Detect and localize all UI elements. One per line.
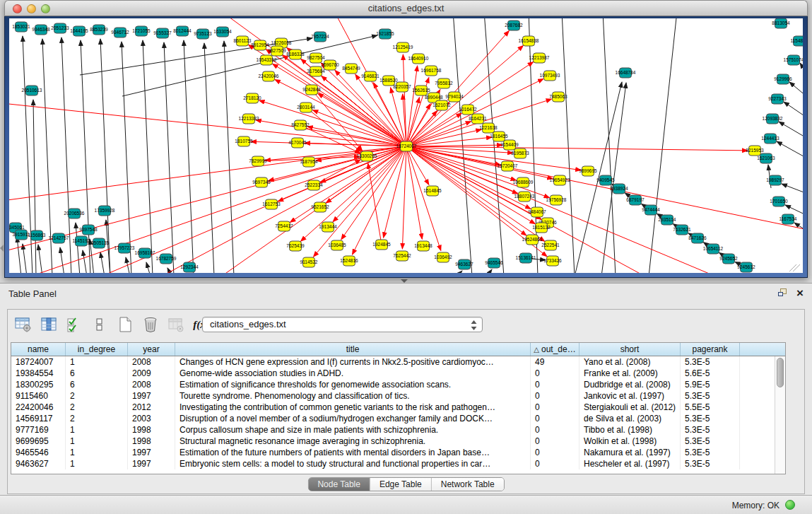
graph-node[interactable]: 9474444 — [642, 205, 660, 215]
graph-node[interactable]: 9521652 — [311, 202, 329, 212]
graph-node[interactable]: 1167534 — [779, 214, 797, 224]
delete-column-icon[interactable] — [141, 315, 160, 334]
graph-node[interactable]: 19524861 — [522, 235, 543, 245]
table-cell[interactable]: 0 — [531, 436, 579, 447]
graph-node[interactable]: 1621072 — [433, 100, 451, 110]
graph-node[interactable]: 9155327 — [153, 28, 172, 38]
table-row[interactable]: 946362711997Embryonic stem cells: a mode… — [11, 458, 785, 469]
table-cell[interactable]: Disruption of a novel member of a sodium… — [175, 413, 531, 424]
table-cell[interactable]: 5.3E-5 — [681, 447, 740, 458]
table-cell[interactable]: 1997 — [128, 458, 175, 469]
table-cell[interactable]: 9699695 — [11, 436, 66, 447]
graph-node[interactable]: 9129966 — [774, 74, 792, 84]
table-row[interactable]: 969969511998Structural magnetic resonanc… — [11, 436, 785, 447]
table-row[interactable]: 2242004622012Investigating the contribut… — [11, 402, 785, 413]
window-titlebar[interactable]: citations_edges.txt — [4, 0, 808, 16]
table-cell[interactable]: 5.6E-5 — [681, 368, 740, 379]
graph-node[interactable]: 8471626 — [688, 233, 707, 243]
column-header-out_de[interactable]: △out_de… — [531, 343, 579, 356]
table-cell[interactable]: Hescheler et al. (1997) — [579, 458, 681, 469]
column-header-short[interactable]: short — [579, 343, 681, 356]
graph-node[interactable]: 9346712 — [111, 28, 129, 37]
table-cell[interactable]: 6 — [66, 368, 128, 379]
table-cell[interactable]: 14569117 — [11, 413, 66, 424]
table-row[interactable]: 946554611997Estimation of the future num… — [11, 447, 785, 458]
graph-node[interactable]: 10654112 — [703, 244, 724, 254]
graph-node[interactable]: 9794024 — [445, 92, 464, 102]
table-cell[interactable]: 5.5E-5 — [681, 402, 740, 413]
table-cell[interactable]: 49 — [531, 356, 579, 368]
table-cell[interactable]: 5.3E-5 — [681, 458, 740, 469]
graph-node[interactable]: 9397548 — [79, 225, 98, 235]
graph-node[interactable]: 16961758 — [421, 66, 442, 76]
graph-node[interactable]: 12213383 — [239, 114, 259, 124]
graph-node[interactable]: 2718120 — [243, 93, 261, 103]
graph-node[interactable]: 8853239 — [90, 25, 108, 35]
table-cell[interactable]: Stergiakouli et al. (2012) — [579, 402, 681, 413]
graph-node[interactable]: 16958107 — [135, 248, 155, 258]
tab-node-table[interactable]: Node Table — [308, 478, 370, 491]
graph-node[interactable]: 2803144 — [297, 103, 315, 112]
graph-node[interactable]: 1145192 — [73, 236, 90, 246]
column-header-title[interactable]: title — [175, 343, 531, 356]
table-cell[interactable]: 9115460 — [11, 390, 66, 402]
graph-node[interactable]: 8813054 — [772, 18, 790, 28]
graph-node[interactable]: 6879197 — [626, 195, 645, 205]
table-cell[interactable]: 2003 — [128, 413, 175, 424]
column-header-pagerank[interactable]: pagerank — [681, 343, 740, 356]
table-cell[interactable]: Tourette syndrome. Phenomenology and cla… — [175, 390, 531, 402]
table-cell[interactable]: 0 — [531, 413, 579, 424]
table-cell[interactable]: Yano et al. (2008) — [579, 356, 681, 368]
table-cell[interactable]: 1 — [66, 447, 128, 458]
graph-node[interactable]: 1913448 — [414, 241, 433, 251]
table-row[interactable]: 911546021997Tourette syndrome. Phenomeno… — [11, 390, 785, 402]
graph-node[interactable]: 1913444 — [319, 222, 337, 232]
table-cell[interactable]: Changes of HCN gene expression and I(f) … — [175, 356, 531, 368]
table-cell[interactable]: Franke et al. (2009) — [579, 368, 681, 379]
graph-node[interactable]: 8186328 — [286, 49, 305, 59]
graph-node[interactable]: 9227343 — [768, 94, 787, 104]
table-cell[interactable]: 5.3E-5 — [681, 413, 740, 424]
table-cell[interactable]: de Silva et al. (2003) — [579, 413, 681, 424]
table-scrollbar[interactable] — [775, 356, 785, 474]
table-cell[interactable]: 2008 — [128, 356, 175, 368]
graph-node[interactable]: 9484067 — [528, 207, 546, 217]
graph-node[interactable]: 18640910 — [408, 54, 429, 64]
table-cell[interactable]: 0 — [531, 368, 579, 379]
column-header-in_degree[interactable]: in_degree — [66, 343, 128, 356]
graph-node[interactable]: 9346348 — [32, 25, 50, 35]
table-cell[interactable]: 1 — [66, 458, 128, 469]
graph-node[interactable]: 9465546 — [485, 258, 503, 268]
table-cell[interactable]: 2012 — [128, 402, 175, 413]
graph-node[interactable]: 9114522 — [300, 257, 318, 267]
graph-node[interactable]: 1810755 — [235, 136, 253, 146]
table-cell[interactable]: 9777169 — [11, 424, 66, 436]
table-cell[interactable]: Nakamura et al. (1997) — [579, 447, 681, 458]
table-cell[interactable]: 0 — [531, 402, 579, 413]
table-cell[interactable]: 1 — [66, 424, 128, 436]
graph-node[interactable]: 17957223 — [114, 243, 135, 253]
table-cell[interactable]: Wolkin et al. (1998) — [579, 436, 681, 447]
graph-node[interactable]: 13505135 — [89, 238, 110, 248]
table-select-dropdown[interactable]: citations_edges.txt — [202, 317, 483, 332]
table-cell[interactable]: 1 — [66, 436, 128, 447]
graph-node[interactable]: 8012444 — [173, 26, 192, 36]
graph-node[interactable]: 12125419 — [393, 42, 413, 52]
side-panel-grip-icon[interactable] — [0, 245, 4, 252]
table-cell[interactable]: 0 — [531, 458, 579, 469]
table-row[interactable]: 1456911722003Disruption of a novel membe… — [11, 413, 785, 424]
table-cell[interactable]: 0 — [531, 424, 579, 436]
table-cell[interactable]: 6 — [66, 379, 128, 390]
table-cell[interactable]: 0 — [531, 447, 579, 458]
table-cell[interactable]: Embryonic stem cells: a model to study s… — [175, 458, 531, 469]
graph-node[interactable]: 8164231 — [469, 114, 487, 124]
select-checklist-icon[interactable] — [64, 315, 83, 334]
table-cell[interactable]: 2009 — [128, 368, 175, 379]
graph-node[interactable]: 2087682 — [505, 21, 523, 30]
graph-node[interactable]: 1621063 — [757, 153, 775, 163]
graph-node[interactable]: 17359928 — [95, 206, 115, 216]
table-cell[interactable]: 5.3E-5 — [681, 356, 740, 368]
table-cell[interactable]: Dudbridge et al. (2008) — [579, 379, 681, 390]
graph-node[interactable]: 1156863 — [28, 230, 46, 240]
minimize-button[interactable] — [27, 4, 36, 13]
